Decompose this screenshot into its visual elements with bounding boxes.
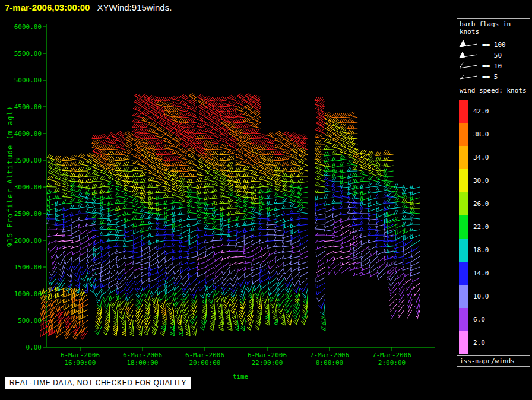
- wind-barb: [303, 294, 308, 304]
- wind-barb: [228, 181, 238, 187]
- wind-barb: [299, 235, 308, 240]
- wind-barb: [260, 262, 269, 268]
- wind-barb: [214, 256, 222, 262]
- wind-barb: [127, 315, 133, 325]
- wind-barb: [220, 144, 230, 150]
- wind-barb: [164, 145, 174, 150]
- wind-barb: [71, 186, 81, 192]
- wind-barb: [79, 251, 88, 256]
- wind-barb: [252, 246, 261, 251]
- wind-barb: [353, 148, 362, 155]
- wind-barb: [315, 155, 325, 160]
- x-tick-label: 6-Mar-200622:00:00: [239, 351, 296, 367]
- wind-barb: [252, 256, 261, 261]
- wind-barb: [315, 160, 325, 166]
- wind-barb: [188, 272, 197, 278]
- wind-barb: [107, 188, 118, 192]
- wind-barb: [236, 128, 246, 134]
- wind-barb: [315, 215, 325, 220]
- wind-barb: [183, 315, 189, 325]
- wind-barb: [332, 150, 342, 155]
- y-tick-label: 5000.00: [2, 77, 42, 84]
- wind-barb: [260, 278, 269, 283]
- wind-barb: [187, 166, 197, 171]
- x-tick-label: 7-Mar-20062:00:00: [363, 351, 420, 367]
- wind-barb: [100, 183, 110, 187]
- wind-barb: [290, 209, 300, 214]
- wind-barb: [197, 164, 207, 171]
- wind-barb: [237, 142, 246, 150]
- wind-barb: [188, 250, 197, 254]
- wind-barb: [124, 198, 134, 203]
- wind-barb: [259, 134, 269, 139]
- wind-barb: [100, 150, 110, 155]
- wind-barb: [220, 151, 230, 155]
- wind-barb: [214, 288, 222, 296]
- wind-barb: [78, 154, 88, 160]
- wind-barb: [315, 189, 325, 193]
- wind-barb: [149, 262, 158, 267]
- plot-area: [0, 0, 532, 400]
- wind-barb: [352, 166, 362, 171]
- wind-barb: [411, 246, 420, 252]
- wind-barb: [47, 228, 57, 230]
- wind-barb: [113, 310, 118, 320]
- wind-barb: [123, 155, 133, 160]
- wind-barb: [411, 262, 420, 266]
- wind-barb: [315, 127, 325, 134]
- wind-barb: [341, 262, 350, 266]
- wind-barb: [297, 179, 308, 183]
- wind-barb: [261, 256, 268, 264]
- wind-barb: [348, 139, 358, 145]
- wind-barb: [187, 193, 197, 198]
- wind-barb: [110, 299, 118, 308]
- wind-barb: [384, 228, 394, 233]
- wind-barb: [248, 288, 253, 299]
- x-tick-label: 6-Mar-200616:00:00: [52, 351, 109, 367]
- y-tick-label: 0.00: [2, 344, 42, 351]
- wind-barb: [117, 131, 125, 139]
- wind-barb: [165, 262, 173, 269]
- wind-barb: [160, 299, 166, 309]
- wind-barb: [132, 173, 142, 177]
- wind-barb: [79, 303, 88, 309]
- wind-barb: [228, 149, 238, 155]
- colorbar-segment: [459, 308, 468, 331]
- wind-barb: [47, 154, 56, 160]
- wind-barb: [403, 240, 412, 246]
- wind-barb: [407, 310, 412, 319]
- wind-barb: [157, 288, 166, 295]
- wind-barb: [64, 256, 72, 264]
- barb-legend-item: == 100: [458, 39, 529, 50]
- wind-barb: [205, 267, 214, 272]
- wind-barb: [243, 179, 254, 183]
- wind-barb: [205, 278, 214, 283]
- wind-barb: [384, 177, 394, 182]
- wind-barb: [411, 234, 420, 239]
- colorbar-segment: [459, 285, 468, 308]
- wind-barb: [334, 262, 343, 268]
- wind-barb: [134, 240, 142, 245]
- wind-barb: [157, 256, 166, 264]
- wind-barb: [188, 142, 197, 150]
- wind-barb: [100, 176, 110, 182]
- wind-barb: [253, 283, 261, 291]
- wind-barb: [316, 251, 325, 257]
- wind-barb: [299, 159, 308, 166]
- wind-barb: [200, 288, 207, 298]
- wind-barb: [333, 256, 343, 261]
- wind-barb: [175, 310, 181, 319]
- colorbar-segment: [459, 262, 468, 285]
- barb-legend-item: == 10: [458, 61, 529, 71]
- wind-barb: [315, 211, 325, 215]
- wind-barb: [158, 294, 166, 302]
- wind-barb: [221, 256, 230, 261]
- wind-barb: [150, 251, 159, 258]
- colorbar-segment: [459, 331, 468, 354]
- wind-barb: [274, 144, 284, 150]
- wind-barb: [63, 291, 72, 297]
- wind-barb: [117, 299, 125, 307]
- wind-barb: [251, 144, 261, 150]
- colorbar-segment: [459, 123, 468, 146]
- wind-barb: [173, 299, 182, 307]
